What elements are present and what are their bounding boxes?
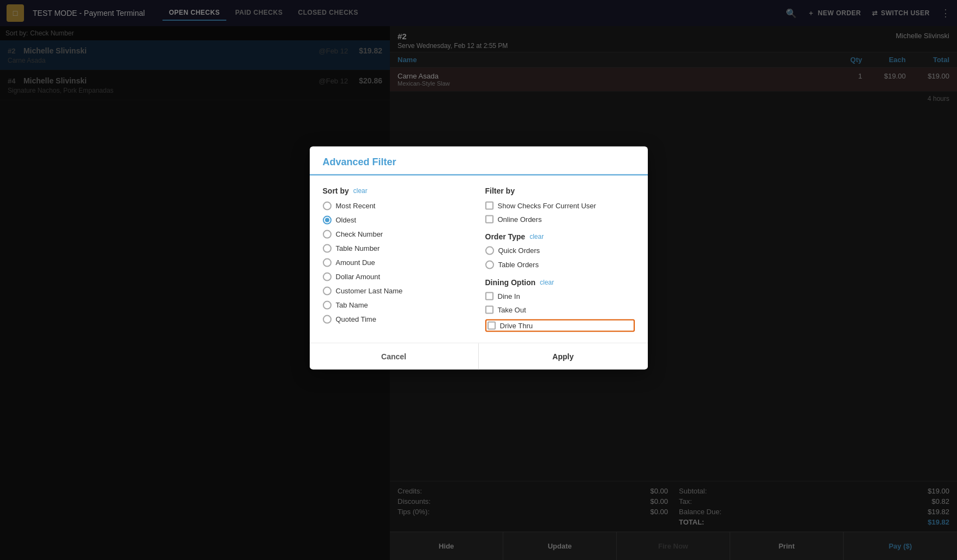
checkbox-take-out: [485, 305, 493, 314]
filter-by-section: Filter by Show Checks For Current User O…: [485, 186, 635, 332]
dialog-body: Sort by clear Most Recent Oldest Check N…: [310, 175, 648, 342]
filter-section-title: Filter by: [485, 186, 635, 195]
radio-quoted-time: [323, 315, 332, 323]
radio-most-recent: [323, 201, 332, 210]
sort-customer-last-name[interactable]: Customer Last Name: [323, 286, 472, 295]
dining-option-title: Dining Option clear: [485, 278, 635, 286]
sort-radio-group: Most Recent Oldest Check Number Table Nu…: [323, 201, 472, 323]
radio-dollar-amount: [323, 272, 332, 281]
radio-customer-last-name: [323, 286, 332, 295]
order-type-table[interactable]: Table Orders: [485, 260, 635, 269]
filter-checkbox-group: Show Checks For Current User Online Orde…: [485, 201, 635, 223]
apply-button[interactable]: Apply: [479, 343, 648, 369]
sort-table-number[interactable]: Table Number: [323, 244, 472, 252]
checkbox-current-user: [485, 201, 493, 209]
order-type-radio-group: Quick Orders Table Orders: [485, 246, 635, 269]
cancel-button[interactable]: Cancel: [310, 343, 479, 369]
sort-amount-due[interactable]: Amount Due: [323, 258, 472, 267]
dining-drive-thru[interactable]: Drive Thru: [485, 319, 635, 332]
dining-option-section: Dining Option clear Dine In Take Out Dri…: [485, 278, 635, 332]
sort-by-section: Sort by clear Most Recent Oldest Check N…: [323, 186, 472, 332]
checkbox-drive-thru: [487, 321, 496, 329]
radio-tab-name: [323, 300, 332, 309]
sort-clear-link[interactable]: clear: [353, 186, 368, 194]
filter-current-user[interactable]: Show Checks For Current User: [485, 201, 635, 209]
radio-check-number: [323, 230, 332, 238]
dining-checkbox-group: Dine In Take Out Drive Thru: [485, 292, 635, 332]
dining-take-out[interactable]: Take Out: [485, 305, 635, 314]
radio-table-orders: [485, 260, 494, 269]
order-type-clear[interactable]: clear: [529, 232, 544, 240]
sort-oldest[interactable]: Oldest: [323, 215, 472, 224]
radio-table-number: [323, 244, 332, 252]
advanced-filter-dialog: Advanced Filter Sort by clear Most Recen…: [310, 146, 648, 369]
sort-dollar-amount[interactable]: Dollar Amount: [323, 272, 472, 281]
sort-quoted-time[interactable]: Quoted Time: [323, 315, 472, 323]
checkbox-online-orders: [485, 215, 493, 223]
order-type-title: Order Type clear: [485, 232, 635, 240]
order-type-section: Order Type clear Quick Orders Table Orde…: [485, 232, 635, 269]
filter-online-orders[interactable]: Online Orders: [485, 215, 635, 223]
sort-most-recent[interactable]: Most Recent: [323, 201, 472, 210]
sort-check-number[interactable]: Check Number: [323, 230, 472, 238]
order-type-quick[interactable]: Quick Orders: [485, 246, 635, 255]
radio-amount-due: [323, 258, 332, 267]
sort-section-title: Sort by clear: [323, 186, 472, 195]
radio-oldest: [323, 215, 332, 224]
radio-quick-orders: [485, 246, 494, 255]
dialog-header: Advanced Filter: [310, 146, 648, 175]
dialog-footer: Cancel Apply: [310, 342, 648, 369]
sort-tab-name[interactable]: Tab Name: [323, 300, 472, 309]
checkbox-dine-in: [485, 292, 493, 300]
dining-dine-in[interactable]: Dine In: [485, 292, 635, 300]
dialog-title: Advanced Filter: [323, 156, 396, 167]
dining-option-clear[interactable]: clear: [540, 278, 554, 286]
